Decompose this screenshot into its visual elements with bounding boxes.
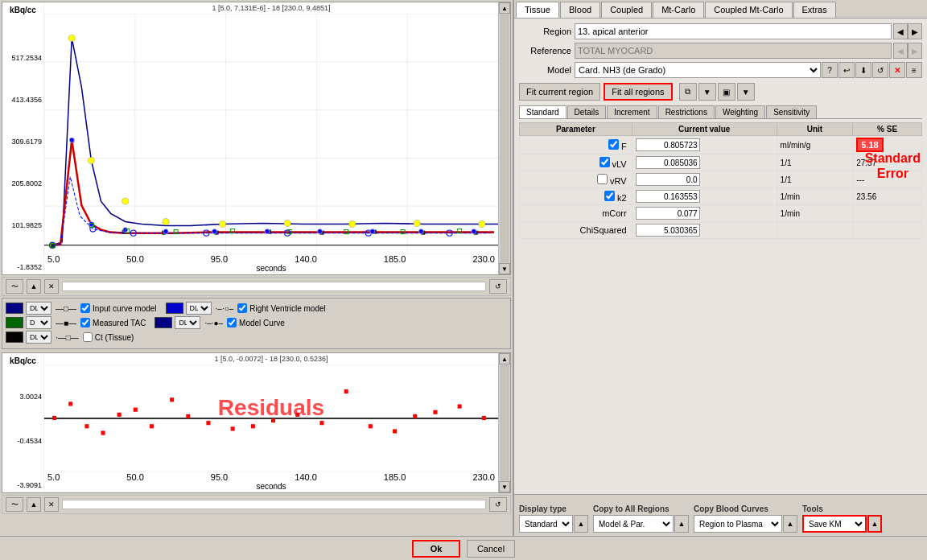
tab-coupled-mtcarlo[interactable]: Coupled Mt-Carlo [705, 2, 792, 18]
legend-check-5[interactable] [83, 332, 93, 342]
ok-button[interactable]: Ok [412, 540, 460, 558]
legend-dd-5[interactable]: DL [26, 331, 52, 344]
tab-blood[interactable]: Blood [560, 2, 600, 18]
tools-select[interactable]: Save KM [802, 515, 867, 533]
legend-dd-3[interactable]: D [26, 316, 52, 329]
right-panel: Tissue Blood Coupled Mt-Carlo Coupled Mt… [513, 0, 927, 536]
x-tick-5: 185.0 [384, 254, 406, 264]
legend-dd-1[interactable]: DL [26, 302, 52, 315]
sub-tab-sensitivity[interactable]: Sensitivity [766, 105, 817, 118]
fit-all-btn[interactable]: Fit all regions [604, 83, 672, 101]
legend-color-tac[interactable] [6, 317, 23, 328]
region-input[interactable] [575, 23, 892, 39]
param-check-vLV[interactable] [599, 157, 610, 167]
res-nav-up[interactable]: ▲ [27, 497, 41, 512]
region-next-btn[interactable]: ▶ [908, 23, 922, 39]
display-type-select[interactable]: Standard [519, 515, 573, 533]
model-row: Model Card. NH3 (de Grado) ? ↩ ⬇ ↺ ✕ ≡ [519, 62, 922, 78]
param-row-vRV: vRV 1/1 --- [520, 171, 922, 188]
chart-percent[interactable]: ↺ [489, 279, 507, 294]
col-value: Current value [632, 123, 777, 136]
svg-point-21 [414, 220, 420, 226]
res-nav-x[interactable]: ✕ [44, 497, 59, 512]
copy-blood-select[interactable]: Region to Plasma [694, 515, 782, 533]
reference-row: Reference ◀ ▶ [519, 43, 922, 59]
legend-dd-4[interactable]: DL [175, 316, 200, 329]
param-val-mCorr[interactable] [636, 207, 700, 220]
param-val-k2[interactable] [636, 190, 700, 203]
res-scroll-up[interactable]: ▲ [499, 353, 510, 364]
model-close-btn[interactable]: ✕ [889, 62, 905, 78]
res-percent[interactable]: ↺ [489, 497, 507, 512]
paste-dd-btn[interactable]: ▼ [737, 83, 755, 101]
sub-tab-restrictions[interactable]: Restrictions [658, 105, 715, 118]
model-help-btn[interactable]: ? [822, 62, 838, 78]
legend-color-ct[interactable] [6, 331, 23, 343]
model-undo-btn[interactable]: ↺ [872, 62, 888, 78]
sub-tab-increment[interactable]: Increment [607, 105, 657, 118]
param-check-F[interactable] [608, 139, 619, 150]
param-val-vRV[interactable] [636, 173, 700, 186]
model-select[interactable]: Card. NH3 (de Grado) [575, 62, 821, 78]
copy-all-btn[interactable]: ▲ [674, 515, 689, 533]
y-tick-1: 517.2534 [4, 54, 42, 62]
param-se-mCorr [853, 205, 922, 222]
svg-rect-81 [393, 429, 397, 433]
param-val-F[interactable] [636, 138, 700, 151]
res-scroll-down[interactable]: ▼ [499, 481, 510, 492]
param-se-k2: 23.56 [853, 188, 922, 205]
copy-blood-control: Region to Plasma ▲ [694, 515, 797, 533]
display-type-btn[interactable]: ▲ [574, 515, 588, 533]
param-check-k2[interactable] [604, 191, 615, 201]
model-reset-btn[interactable]: ↩ [838, 62, 855, 78]
param-val-chi[interactable] [636, 224, 700, 237]
display-type-label: Display type [519, 504, 588, 513]
sub-tab-standard[interactable]: Standard [519, 105, 566, 118]
res-x-6: 230.0 [472, 472, 495, 482]
legend-check-4[interactable] [227, 318, 237, 327]
param-val-vLV[interactable] [636, 156, 700, 169]
sub-tab-weighting[interactable]: Weighting [715, 105, 765, 118]
copy-dd-btn[interactable]: ▼ [698, 83, 716, 101]
svg-point-47 [317, 229, 322, 234]
reference-prev-btn[interactable]: ◀ [893, 43, 908, 59]
legend-check-1[interactable] [80, 303, 90, 313]
chart-nav-wave[interactable]: 〜 [6, 279, 23, 294]
chart-scroll-up[interactable]: ▲ [499, 2, 510, 14]
reference-input[interactable] [575, 43, 892, 59]
copy-blood-btn[interactable]: ▲ [783, 515, 797, 533]
y-tick-4: 205.8002 [4, 179, 42, 187]
chart-scroll-down[interactable]: ▼ [499, 263, 510, 274]
tools-control: Save KM ▲ [802, 515, 882, 533]
tab-extras[interactable]: Extras [793, 2, 836, 18]
legend-color-model[interactable] [154, 317, 172, 328]
legend-dd-2[interactable]: DL [186, 302, 212, 315]
copy-all-select[interactable]: Model & Par. [593, 515, 674, 533]
tab-coupled[interactable]: Coupled [601, 2, 652, 18]
legend-color-input[interactable] [6, 303, 23, 314]
svg-point-20 [349, 220, 356, 227]
param-unit-k2: 1/min [777, 188, 853, 205]
sub-tab-details[interactable]: Details [567, 105, 607, 118]
tools-btn[interactable]: ▲ [867, 515, 882, 533]
tab-mtcarlo[interactable]: Mt-Carlo [653, 2, 704, 18]
legend-check-3[interactable] [80, 318, 90, 327]
param-check-vRV[interactable] [597, 174, 608, 184]
region-prev-btn[interactable]: ◀ [893, 23, 908, 39]
paste-btn[interactable]: ▣ [718, 83, 735, 101]
legend-color-rv[interactable] [166, 303, 183, 314]
model-calc-btn[interactable]: ≡ [906, 62, 922, 78]
svg-rect-67 [101, 430, 105, 434]
copy-btn[interactable]: ⧉ [679, 83, 697, 101]
cancel-button[interactable]: Cancel [467, 540, 515, 558]
legend-dash-5: ·—□— [56, 333, 79, 342]
res-nav-wave[interactable]: 〜 [6, 497, 23, 512]
model-download-btn[interactable]: ⬇ [855, 62, 871, 78]
chart-nav-up[interactable]: ▲ [27, 279, 41, 294]
reference-next-btn[interactable]: ▶ [908, 43, 922, 59]
tab-tissue[interactable]: Tissue [516, 2, 559, 18]
legend-check-2[interactable] [237, 303, 247, 313]
chart-nav-x[interactable]: ✕ [44, 279, 59, 294]
param-name-chi: ChiSquared [580, 225, 627, 235]
fit-current-btn[interactable]: Fit current region [519, 83, 600, 101]
